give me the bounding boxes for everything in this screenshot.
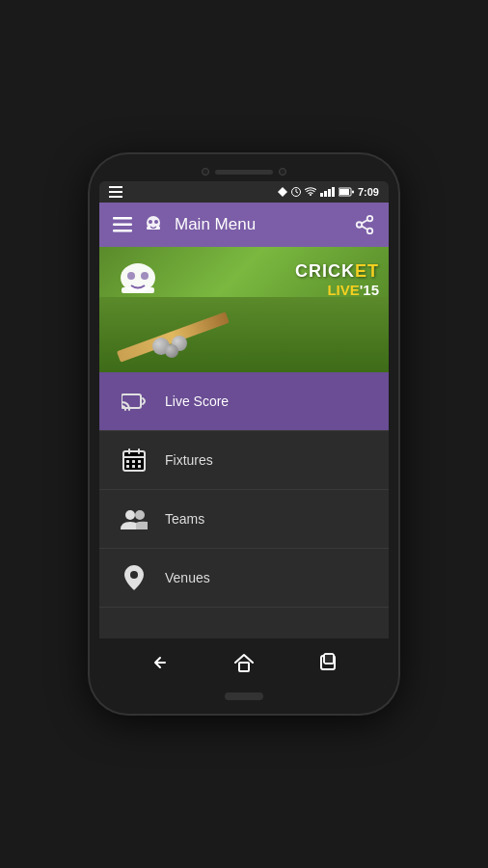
menu-label-venues: Venues bbox=[165, 570, 210, 585]
svg-rect-31 bbox=[126, 460, 129, 463]
svg-rect-0 bbox=[109, 186, 122, 188]
phone-camera bbox=[202, 168, 209, 176]
calendar-icon bbox=[119, 445, 149, 475]
recents-button[interactable] bbox=[311, 645, 345, 680]
status-right: 7:09 bbox=[278, 186, 379, 198]
cricket-helmet-icon bbox=[142, 213, 165, 236]
svg-point-38 bbox=[135, 510, 145, 520]
status-signal-icon bbox=[320, 187, 335, 197]
status-battery-icon bbox=[339, 187, 354, 197]
svg-point-25 bbox=[141, 272, 149, 280]
status-wifi-icon bbox=[305, 187, 316, 197]
svg-line-6 bbox=[296, 192, 298, 193]
home-icon bbox=[233, 652, 255, 673]
svg-rect-36 bbox=[138, 465, 141, 468]
location-icon bbox=[119, 562, 149, 593]
phone-device: 7:09 Main Menu bbox=[90, 154, 398, 714]
recents-icon bbox=[318, 653, 338, 672]
svg-point-15 bbox=[149, 220, 152, 224]
app-header: Main Menu bbox=[99, 203, 389, 247]
banner-live-text: LIVE'15 bbox=[295, 282, 379, 299]
svg-rect-10 bbox=[113, 217, 132, 220]
header-left: Main Menu bbox=[113, 213, 256, 236]
status-time: 7:09 bbox=[358, 186, 379, 198]
menu-item-fixtures[interactable]: Fixtures bbox=[99, 431, 389, 490]
svg-line-21 bbox=[362, 220, 367, 224]
menu-item-teams[interactable]: Teams bbox=[99, 490, 389, 549]
bottom-nav bbox=[99, 638, 389, 687]
svg-rect-12 bbox=[113, 230, 132, 232]
svg-point-37 bbox=[125, 510, 135, 520]
back-icon bbox=[150, 653, 170, 672]
cast-icon bbox=[119, 386, 149, 417]
menu-label-live-score: Live Score bbox=[165, 393, 229, 409]
phone-screen: 7:09 Main Menu bbox=[99, 181, 389, 687]
status-diamond-icon bbox=[278, 187, 287, 197]
banner-grass bbox=[99, 297, 389, 372]
status-bar: 7:09 bbox=[99, 181, 389, 203]
svg-rect-32 bbox=[132, 460, 135, 463]
banner-helmet-icon bbox=[114, 257, 162, 305]
svg-point-17 bbox=[367, 216, 373, 222]
phone-speaker bbox=[215, 170, 273, 175]
svg-point-19 bbox=[367, 229, 373, 234]
phone-home-button bbox=[225, 692, 263, 700]
phone-top-bar bbox=[99, 168, 389, 176]
teams-icon bbox=[119, 503, 149, 534]
svg-rect-8 bbox=[339, 189, 349, 195]
svg-rect-35 bbox=[132, 465, 135, 468]
svg-marker-3 bbox=[278, 187, 287, 197]
banner-cricket-text: CRICKET bbox=[295, 261, 379, 282]
menu-label-fixtures: Fixtures bbox=[165, 452, 213, 468]
svg-rect-9 bbox=[352, 191, 354, 194]
svg-point-18 bbox=[357, 222, 363, 228]
share-icon[interactable] bbox=[354, 214, 375, 235]
svg-rect-34 bbox=[126, 465, 129, 468]
svg-point-39 bbox=[130, 571, 138, 579]
svg-point-16 bbox=[154, 220, 158, 224]
header-title: Main Menu bbox=[175, 215, 256, 234]
menu-container: Live Score bbox=[99, 372, 389, 638]
phone-bottom-bar bbox=[99, 692, 389, 700]
svg-rect-42 bbox=[324, 654, 334, 664]
svg-rect-2 bbox=[109, 196, 122, 198]
hamburger-menu-icon[interactable] bbox=[113, 217, 132, 232]
status-clock-icon bbox=[291, 187, 301, 197]
svg-point-24 bbox=[127, 272, 135, 280]
status-menu-icon bbox=[109, 186, 122, 198]
banner-text: CRICKET LIVE'15 bbox=[295, 261, 379, 299]
banner-area: CRICKET LIVE'15 bbox=[99, 247, 389, 372]
phone-camera-2 bbox=[279, 168, 286, 176]
back-button[interactable] bbox=[143, 645, 177, 680]
svg-rect-33 bbox=[138, 460, 141, 463]
menu-item-live-score[interactable]: Live Score bbox=[99, 372, 389, 431]
menu-label-teams: Teams bbox=[165, 511, 204, 527]
home-button[interactable] bbox=[227, 645, 261, 680]
menu-item-venues[interactable]: Venues bbox=[99, 549, 389, 608]
svg-rect-1 bbox=[109, 191, 122, 193]
svg-rect-40 bbox=[239, 663, 249, 671]
status-left bbox=[109, 186, 122, 198]
banner-ball-3 bbox=[165, 344, 178, 358]
svg-line-20 bbox=[362, 226, 367, 230]
svg-rect-11 bbox=[113, 224, 132, 227]
